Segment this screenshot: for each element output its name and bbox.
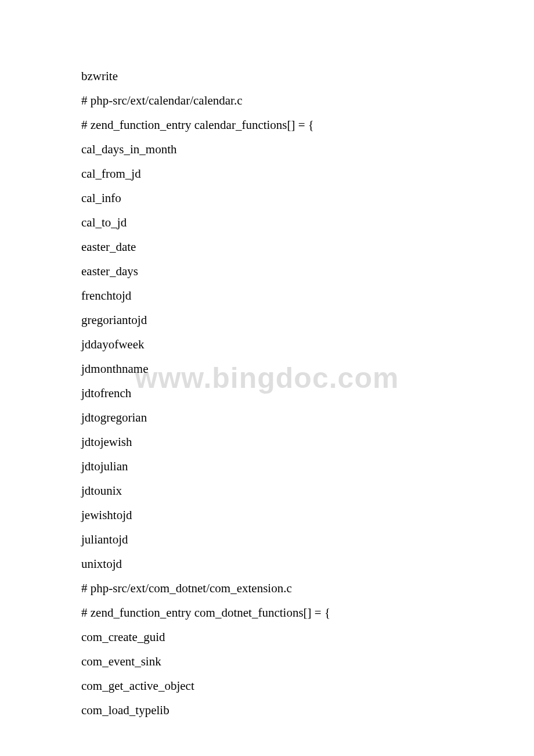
document-line: cal_to_jd	[81, 210, 453, 235]
document-line: jdmonthname	[81, 357, 453, 381]
document-line: unixtojd	[81, 552, 453, 576]
document-line: bzwrite	[81, 64, 453, 88]
document-line: easter_date	[81, 235, 453, 259]
document-line: easter_days	[81, 259, 453, 283]
document-line: jdtojulian	[81, 454, 453, 478]
document-line: # php-src/ext/com_dotnet/com_extension.c	[81, 576, 453, 600]
document-line: com_create_guid	[81, 625, 453, 649]
document-line: jdtogregorian	[81, 405, 453, 430]
document-line: jewishtojd	[81, 503, 453, 527]
document-line: com_event_sink	[81, 649, 453, 674]
document-line: cal_info	[81, 186, 453, 210]
document-line: # php-src/ext/calendar/calendar.c	[81, 88, 453, 113]
document-line: gregoriantojd	[81, 308, 453, 332]
document-line: jdtounix	[81, 478, 453, 503]
document-line: cal_from_jd	[81, 161, 453, 186]
document-line: # zend_function_entry calendar_functions…	[81, 113, 453, 137]
document-line: # zend_function_entry com_dotnet_functio…	[81, 600, 453, 625]
document-line: jddayofweek	[81, 332, 453, 357]
document-line: cal_days_in_month	[81, 137, 453, 161]
document-line: com_load_typelib	[81, 698, 453, 722]
document-line: jdtofrench	[81, 381, 453, 405]
document-line: jdtojewish	[81, 430, 453, 454]
document-body: bzwrite# php-src/ext/calendar/calendar.c…	[81, 64, 453, 722]
document-line: frenchtojd	[81, 283, 453, 308]
document-line: juliantojd	[81, 527, 453, 552]
document-line: com_get_active_object	[81, 674, 453, 698]
